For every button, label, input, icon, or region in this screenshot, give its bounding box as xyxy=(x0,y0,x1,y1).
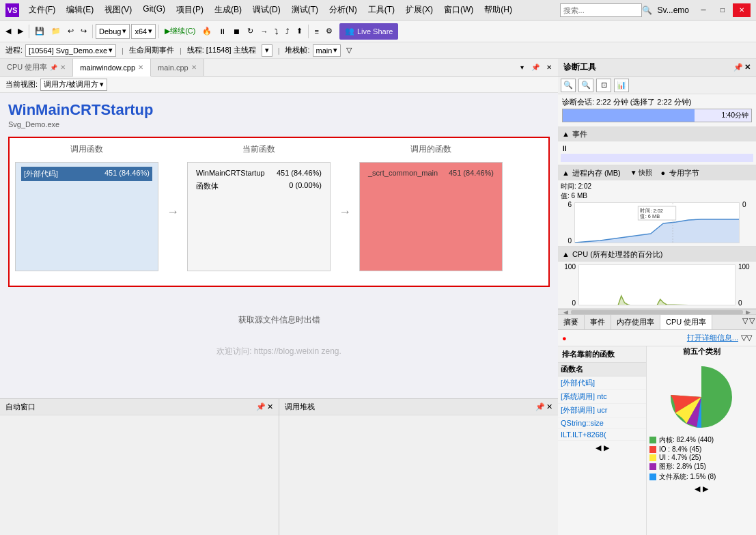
menu-help[interactable]: 帮助(H) xyxy=(480,3,516,17)
menu-edit[interactable]: 编辑(E) xyxy=(62,3,98,17)
diag-zoom-out[interactable]: 🔍 xyxy=(578,79,593,92)
diag-pin-button[interactable]: 📌 xyxy=(733,63,743,72)
cpu-collapse-icon: ▲ xyxy=(562,250,570,258)
toolbar-forward[interactable]: ▶ xyxy=(15,23,26,40)
tab-list-button[interactable]: ▾ xyxy=(516,61,528,74)
diag-tab-memory[interactable]: 内存使用率 xyxy=(611,315,660,329)
current-row-1[interactable]: 函数体 0 (0.00%) xyxy=(193,179,324,193)
ranking-row-3[interactable]: QString::size xyxy=(558,417,646,429)
diag-filter-btn-2[interactable]: ▽ xyxy=(749,316,755,328)
ranking-row-0[interactable]: [外部代码] xyxy=(558,376,646,390)
menu-window[interactable]: 窗口(W) xyxy=(440,3,477,17)
pause-icon[interactable]: ⏸ xyxy=(561,144,568,152)
cpu-header[interactable]: ▲ CPU (所有处理器的百分比) xyxy=(558,247,756,262)
diag-tab-events[interactable]: 事件 xyxy=(585,315,611,329)
toolbar-btn-i[interactable]: ⚙ xyxy=(323,23,335,40)
toolbar-btn-e[interactable]: ⤵ xyxy=(272,23,281,40)
toolbar-redo[interactable]: ↪ xyxy=(78,23,89,40)
toolbar-btn-c[interactable]: ↻ xyxy=(244,23,256,40)
close-button[interactable]: ✕ xyxy=(733,3,751,17)
pin-panel-button[interactable]: 📌 xyxy=(529,61,542,74)
menu-tools[interactable]: 工具(T) xyxy=(364,3,399,17)
diag-tools-title: 诊断工具 xyxy=(563,61,596,73)
pie-scroll-right[interactable]: ▶ xyxy=(703,484,708,493)
toolbar-btn-g[interactable]: ⬆ xyxy=(294,23,305,40)
menu-test[interactable]: 测试(T) xyxy=(288,3,322,17)
rankings-scroll-left[interactable]: ◀ xyxy=(596,443,601,452)
toolbar-save[interactable]: 💾 xyxy=(32,23,47,40)
menu-view[interactable]: 视图(V) xyxy=(100,3,136,17)
snapshot-btn[interactable]: ▼ 快照 xyxy=(628,167,656,178)
record-btn[interactable]: ● xyxy=(562,334,567,342)
process-dropdown[interactable]: [10564] Svg_Demo.exe ▾ xyxy=(25,44,116,57)
diag-zoom-in[interactable]: 🔍 xyxy=(561,79,576,92)
platform-dropdown[interactable]: x64 ▾ xyxy=(131,24,156,39)
memory-header[interactable]: ▲ 进程内存 (MB) ▼ 快照 ● 专用字节 xyxy=(558,165,756,180)
tab-cpu-pin[interactable]: 📌 xyxy=(50,64,57,71)
pie-scroll-left[interactable]: ◀ xyxy=(695,484,700,493)
rankings-scroll-right[interactable]: ▶ xyxy=(604,443,609,452)
stack-pin-button[interactable]: 📌 xyxy=(535,402,545,411)
live-share-button[interactable]: 👥 Live Share xyxy=(339,23,399,40)
tab-mainwindow[interactable]: mainwindow.cpp ✕ xyxy=(73,59,151,77)
toolbar-open[interactable]: 📁 xyxy=(48,23,64,40)
tab-main-cpp-close[interactable]: ✕ xyxy=(191,64,197,71)
thread-dropdown[interactable]: ▾ xyxy=(262,44,272,57)
ranking-link-2[interactable]: [外部调用] ucr xyxy=(561,406,607,414)
menu-file[interactable]: 文件(F) xyxy=(25,3,59,17)
menu-project[interactable]: 项目(P) xyxy=(172,3,208,17)
toolbar-btn-b[interactable]: ⏹ xyxy=(230,23,243,40)
maximize-button[interactable]: □ xyxy=(714,3,731,17)
diag-fit[interactable]: ⊡ xyxy=(596,79,611,92)
view-dropdown[interactable]: 调用方/被调用方 ▾ xyxy=(40,79,107,91)
svg-rect-6 xyxy=(579,265,735,305)
callee-row-0[interactable]: _scrt_common_main 451 (84.46%) xyxy=(365,167,496,179)
auto-close-button[interactable]: ✕ xyxy=(267,402,273,411)
menu-debug[interactable]: 调试(D) xyxy=(249,3,285,17)
ranking-row-4[interactable]: ILT.ILT+8268( xyxy=(558,429,646,441)
diag-chart[interactable]: 📊 xyxy=(614,79,629,92)
diag-close-button[interactable]: ✕ xyxy=(744,63,751,72)
minimize-button[interactable]: ─ xyxy=(695,3,712,17)
filter-icon[interactable]: ▽ xyxy=(346,46,352,55)
events-header[interactable]: ▲ 事件 xyxy=(558,126,756,141)
toolbar-back[interactable]: ◀ xyxy=(3,23,14,40)
filter-icon-2[interactable]: ▽ xyxy=(746,333,752,342)
diag-scrollbar[interactable]: ◀ ▶ xyxy=(558,309,756,314)
auto-pin-button[interactable]: 📌 xyxy=(256,402,266,411)
toolbar-undo[interactable]: ↩ xyxy=(65,23,76,40)
stack-close-button[interactable]: ✕ xyxy=(546,402,552,411)
caller-row-0[interactable]: [外部代码] 451 (84.46%) xyxy=(21,167,152,181)
hot-reload-button[interactable]: 🔥 xyxy=(199,23,214,40)
ranking-row-2[interactable]: [外部调用] ucr xyxy=(558,404,646,417)
menu-analyze[interactable]: 分析(N) xyxy=(325,3,361,17)
toolbar-btn-a[interactable]: ⏸ xyxy=(216,23,229,40)
filter-icon-1[interactable]: ▽ xyxy=(741,333,746,342)
toolbar-btn-d[interactable]: → xyxy=(257,23,270,40)
open-details-link[interactable]: 打开详细信息... xyxy=(687,333,738,343)
diag-filter-btn[interactable]: ▽ xyxy=(742,316,748,328)
legend-label-io: IO : 8.4% (45) xyxy=(659,445,701,453)
toolbar-btn-h[interactable]: ≡ xyxy=(311,23,321,40)
menu-git[interactable]: Git(G) xyxy=(139,3,169,17)
diag-tab-cpu[interactable]: CPU 使用率 xyxy=(660,315,712,329)
ranking-link-0[interactable]: [外部代码] xyxy=(561,379,595,387)
toolbar-btn-f[interactable]: ⤴ xyxy=(283,23,292,40)
tab-main-cpp[interactable]: main.cpp ✕ xyxy=(151,59,204,76)
diag-tab-summary[interactable]: 摘要 xyxy=(558,315,585,329)
stack-dropdown[interactable]: main ▾ xyxy=(313,44,341,57)
ranking-link-4[interactable]: ILT.ILT+8268( xyxy=(561,430,606,439)
close-panel-button[interactable]: ✕ xyxy=(543,61,555,74)
menu-build[interactable]: 生成(B) xyxy=(210,3,246,17)
tab-mainwindow-close[interactable]: ✕ xyxy=(138,64,143,71)
menu-extensions[interactable]: 扩展(X) xyxy=(402,3,437,17)
search-input[interactable] xyxy=(560,3,642,17)
ranking-link-1[interactable]: [系统调用] ntc xyxy=(561,392,607,400)
tab-cpu-close[interactable]: ✕ xyxy=(60,64,66,71)
ranking-row-1[interactable]: [系统调用] ntc xyxy=(558,390,646,404)
current-row-0[interactable]: WinMainCRTStartup 451 (84.46%) xyxy=(193,167,324,179)
continue-button[interactable]: ▶ 继续(C) xyxy=(162,23,198,40)
tab-cpu[interactable]: CPU 使用率 📌 ✕ xyxy=(0,59,73,76)
debug-config-dropdown[interactable]: Debug ▾ xyxy=(96,24,130,39)
ranking-link-3[interactable]: QString::size xyxy=(561,419,604,427)
